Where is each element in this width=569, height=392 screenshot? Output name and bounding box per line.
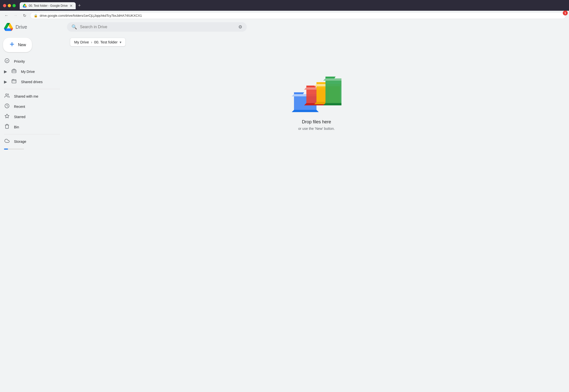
priority-icon	[4, 58, 10, 64]
main-content: New Priority ▶	[0, 34, 569, 392]
tab-close-button[interactable]: ✕	[70, 4, 73, 8]
breadcrumb-bar: My Drive › 00. Test folder ▾	[64, 34, 569, 49]
maximize-window-button[interactable]	[12, 4, 16, 7]
sidebar-divider-2	[4, 134, 60, 134]
reload-button[interactable]: ↻	[21, 12, 28, 19]
new-tab-button[interactable]: +	[76, 2, 83, 9]
notification-badge: 1	[563, 10, 568, 15]
empty-folder: Drop files here or use the 'New' button.	[64, 49, 569, 174]
tab-favicon-icon	[23, 4, 27, 8]
address-bar[interactable]: 🔒 drive.google.com/drive/folders/1erCjLj…	[30, 12, 566, 19]
svg-point-4	[5, 94, 7, 96]
sidebar-item-label: My Drive	[21, 70, 35, 74]
forward-button[interactable]: →	[12, 12, 19, 19]
drop-files-text: Drop files here	[302, 119, 331, 125]
shared-with-me-icon	[4, 93, 10, 99]
browser-titlebar: 00. Test folder - Google Drive ✕ +	[0, 0, 569, 11]
shared-drives-arrow-icon: ▶	[4, 79, 7, 84]
search-options-icon[interactable]: ⚙	[238, 24, 242, 30]
storage-icon	[4, 138, 10, 145]
storage-bar-fill	[4, 149, 8, 150]
sidebar-item-shared-with-me[interactable]: Shared with me	[0, 91, 60, 101]
app-container: Drive 🔍 ⚙ New	[0, 20, 569, 392]
sidebar-item-priority[interactable]: Priority	[0, 56, 60, 66]
my-drive-icon	[11, 68, 17, 75]
starred-icon	[4, 114, 10, 120]
drive-logo-text: Drive	[15, 24, 27, 30]
minimize-window-button[interactable]	[8, 4, 11, 7]
search-input[interactable]	[80, 25, 235, 29]
sidebar: New Priority ▶	[0, 34, 64, 392]
tab-title: 00. Test folder - Google Drive	[29, 4, 68, 7]
sidebar-item-recent[interactable]: Recent	[0, 101, 60, 112]
sidebar-item-label: Starred	[14, 115, 25, 119]
sidebar-item-label: Shared with me	[14, 94, 38, 98]
breadcrumb-root[interactable]: My Drive	[74, 40, 89, 44]
sidebar-item-bin[interactable]: Bin	[0, 122, 60, 132]
app-header: Drive 🔍 ⚙	[0, 20, 569, 34]
drive-logo: Drive	[4, 22, 64, 31]
new-plus-icon	[9, 41, 15, 49]
sidebar-item-shared-drives[interactable]: ▶ Shared drives	[0, 77, 60, 87]
svg-rect-3	[12, 80, 16, 83]
storage-bar-container	[4, 149, 60, 150]
sidebar-item-starred[interactable]: Starred	[0, 112, 60, 122]
folder-illustration	[291, 69, 341, 114]
recent-icon	[4, 103, 10, 110]
my-drive-arrow-icon: ▶	[4, 69, 7, 74]
traffic-lights	[3, 4, 16, 7]
close-window-button[interactable]	[3, 4, 6, 7]
breadcrumb-separator: ›	[91, 40, 92, 44]
sidebar-item-label: Priority	[14, 59, 25, 63]
search-icon: 🔍	[71, 24, 77, 30]
sidebar-item-label: Shared drives	[21, 80, 42, 84]
breadcrumb-container: My Drive › 00. Test folder ▾	[70, 38, 126, 46]
breadcrumb-current: 00. Test folder	[94, 40, 118, 44]
svg-marker-6	[5, 114, 9, 118]
sidebar-item-label: Recent	[14, 105, 25, 109]
sidebar-item-label: Storage	[14, 140, 26, 144]
drop-files-sub-text: or use the 'New' button.	[298, 127, 335, 131]
active-tab[interactable]: 00. Test folder - Google Drive ✕	[20, 2, 76, 9]
content-area: My Drive › 00. Test folder ▾	[64, 34, 569, 392]
browser-tabs: 00. Test folder - Google Drive ✕ +	[20, 2, 566, 9]
browser-chrome: 00. Test folder - Google Drive ✕ + ← → ↻…	[0, 0, 569, 20]
back-button[interactable]: ←	[3, 12, 10, 19]
url-text: drive.google.com/drive/folders/1erCjLjJq…	[40, 14, 562, 17]
shared-drives-icon	[11, 79, 17, 85]
drive-logo-icon	[4, 22, 13, 31]
svg-point-0	[5, 59, 9, 63]
browser-addressbar: ← → ↻ 🔒 drive.google.com/drive/folders/1…	[0, 11, 569, 20]
sidebar-item-storage[interactable]: Storage	[0, 136, 60, 147]
bin-icon	[4, 124, 10, 130]
sidebar-item-my-drive[interactable]: ▶ My Drive	[0, 66, 60, 77]
storage-bar	[4, 149, 24, 150]
new-button[interactable]: New	[3, 38, 32, 52]
search-bar[interactable]: 🔍 ⚙	[67, 22, 247, 32]
sidebar-item-label: Bin	[14, 125, 19, 129]
breadcrumb-dropdown-icon[interactable]: ▾	[120, 40, 121, 44]
new-button-label: New	[18, 43, 26, 47]
svg-rect-1	[12, 70, 16, 73]
sidebar-divider-1	[4, 89, 60, 89]
lock-icon: 🔒	[34, 14, 38, 17]
